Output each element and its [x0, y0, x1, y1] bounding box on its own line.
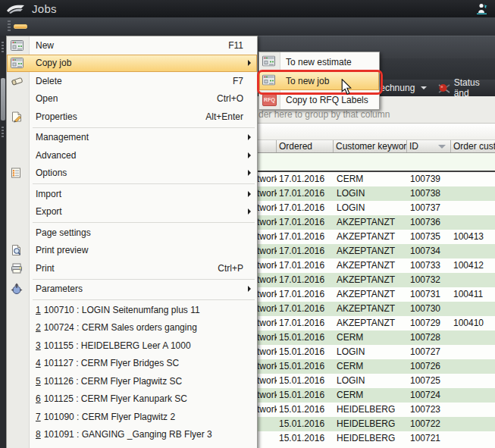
cell-id: 100729: [407, 316, 451, 331]
menu-item-options[interactable]: Options: [7, 164, 257, 183]
cell-id: 100723: [407, 403, 451, 417]
menu-item-management[interactable]: Management: [7, 129, 257, 147]
menu-item-open[interactable]: Open Ctrl+O: [7, 90, 257, 108]
submenu-item-copy-to-rfq-labels[interactable]: RFQ Copy to RFQ Labels: [259, 90, 379, 109]
table-row[interactable]: twork 17.01.2016 AKZEPTANZT 100729 10041…: [256, 316, 495, 331]
menubar-item[interactable]: [14, 24, 27, 29]
dock-grip-icon: [2, 127, 4, 139]
new-job-icon: [11, 40, 27, 51]
submenu-arrow-icon: [248, 152, 251, 158]
menubar-item[interactable]: [86, 24, 99, 29]
column-header-ordered[interactable]: Ordered: [277, 140, 334, 152]
menu-item-properties[interactable]: Properties Alt+Enter: [7, 108, 257, 126]
menu-item-delete[interactable]: Delete F7: [7, 72, 257, 90]
cell-order-customer: [451, 172, 495, 186]
recent-file-number: 1: [36, 305, 41, 315]
user-icon[interactable]: [475, 2, 489, 17]
copy-job-submenu: To new estimate To new job RFQ Copy to R…: [258, 52, 380, 110]
table-row[interactable]: twork 17.01.2016 CERM 100739: [256, 172, 495, 186]
menubar-item[interactable]: [28, 24, 42, 29]
cell-ordered: 15.01.2016: [277, 403, 334, 417]
table-row[interactable]: twork 15.01.2016 CERM 100726: [256, 359, 495, 374]
table-row[interactable]: twork 15.01.2016 CERM 100724: [256, 388, 495, 403]
cell-order-customer: [451, 417, 495, 431]
recent-file-number: 8: [36, 429, 41, 440]
menu-item-page-settings[interactable]: Page settings: [7, 224, 257, 242]
cell-artwork-partial: [256, 431, 277, 446]
menubar-item[interactable]: [114, 24, 128, 29]
cell-artwork-partial: twork: [256, 388, 277, 403]
cell-ordered: 17.01.2016: [277, 302, 334, 316]
table-row[interactable]: twork 17.01.2016 AKZEPTANZT 100736: [256, 215, 495, 230]
cell-artwork-partial: twork: [256, 172, 277, 186]
status-seal-icon: [437, 83, 450, 94]
menu-item-copy-job[interactable]: Copy job: [7, 55, 257, 73]
table-row[interactable]: twork 15.01.2016 HEIDELBERG 100723: [256, 403, 495, 417]
cell-order-customer: [451, 244, 495, 258]
window-title: Jobs: [32, 2, 57, 15]
recent-file-item[interactable]: 1 100710 : LOGIN Seitenumfang plus 11: [7, 301, 257, 319]
recent-file-item[interactable]: 2 100724 : CERM Sales orders ganging: [7, 319, 257, 337]
menu-item-export[interactable]: Export: [7, 203, 257, 221]
recent-files-list: 1 100710 : LOGIN Seitenumfang plus 11 2 …: [7, 301, 257, 443]
recent-file-item[interactable]: 8 101091 : GANGING _Ganging RB Flyer 3: [7, 426, 257, 444]
column-header-order-customer[interactable]: Order custo: [451, 140, 495, 152]
submenu-arrow-icon: [248, 134, 251, 140]
cell-id: 100722: [407, 417, 451, 431]
recent-file-item[interactable]: 7 101090 : CERM Flyer Plagwitz 2: [7, 408, 257, 426]
column-header-id[interactable]: ID: [407, 140, 451, 152]
properties-icon: [11, 111, 27, 122]
cell-customer-keyword: LOGIN: [334, 201, 407, 215]
table-row[interactable]: twork 17.01.2016 LOGIN 100738: [256, 186, 495, 201]
menu-item-print-preview[interactable]: Print preview: [7, 242, 257, 260]
menu-item-advanced[interactable]: Advanced: [7, 146, 257, 164]
cell-artwork-partial: twork: [256, 273, 277, 287]
cell-customer-keyword: LOGIN: [334, 186, 407, 201]
recent-file-item[interactable]: 4 101127 : CERM Flyer Bridges SC: [7, 355, 257, 373]
table-row[interactable]: twork 17.01.2016 AKZEPTANZT 100734: [256, 244, 495, 258]
menu-item-new[interactable]: New F11: [7, 36, 257, 55]
cell-id: 100727: [407, 345, 451, 359]
table-row[interactable]: twork 17.01.2016 AKZEPTANZT 100731 10041…: [256, 287, 495, 302]
table-row[interactable]: twork 17.01.2016 AKZEPTANZT 100735 10041…: [256, 230, 495, 244]
cell-ordered: 15.01.2016: [277, 431, 334, 446]
menubar-item[interactable]: [42, 24, 56, 29]
table-row[interactable]: twork 17.01.2016 AKZEPTANZT 100733 10041…: [256, 258, 495, 273]
cell-customer-keyword: AKZEPTANZT: [334, 273, 407, 287]
cell-ordered: 15.01.2016: [277, 345, 334, 359]
recent-file-item[interactable]: 6 101125 : CERM Flyer Kanupark SC: [7, 390, 257, 409]
table-row[interactable]: twork 15.01.2016 LOGIN 100725: [256, 374, 495, 388]
recent-file-item[interactable]: 5 101126 : CERM Flyer Plagwitz SC: [7, 372, 257, 390]
cell-order-customer: [451, 331, 495, 345]
cell-order-customer: [451, 302, 495, 316]
menu-item-import[interactable]: Import: [7, 185, 257, 203]
menubar-item[interactable]: [100, 24, 114, 29]
table-row[interactable]: twork 15.01.2016 CERM 100728: [256, 331, 495, 345]
menu-item-parameters[interactable]: Parameters: [7, 280, 257, 299]
grid-filter-row[interactable]: [256, 153, 495, 172]
menubar-item[interactable]: [71, 24, 85, 29]
column-header-partial[interactable]: [256, 140, 277, 152]
menu-item-print[interactable]: Print Ctrl+P: [7, 259, 257, 277]
table-row[interactable]: twork 17.01.2016 LOGIN 100737: [256, 201, 495, 215]
cell-id: 100737: [407, 201, 451, 215]
cell-artwork-partial: twork: [256, 345, 277, 359]
column-header-customer-keyword[interactable]: Customer keyword: [334, 140, 407, 152]
cell-id: 100735: [407, 230, 451, 244]
submenu-item-to-new-job[interactable]: To new job: [259, 71, 379, 90]
table-row[interactable]: twork 17.01.2016 AKZEPTANZT 100732: [256, 273, 495, 287]
cell-ordered: 15.01.2016: [277, 374, 334, 388]
menubar-item[interactable]: [57, 24, 70, 29]
cell-customer-keyword: LOGIN: [334, 345, 407, 359]
recent-file-item[interactable]: 3 101155 : HEIDELBERG Leer A 1000: [7, 337, 257, 355]
status-button-label: Status änd: [454, 77, 495, 99]
submenu-item-to-new-estimate[interactable]: To new estimate: [259, 52, 379, 71]
dock-scrollbar[interactable]: [1, 78, 5, 121]
table-row[interactable]: twork 17.01.2016 AKZEPTANZT 100730: [256, 302, 495, 316]
file-menu: New F11 Copy job Delete F7 Open Ctrl+O: [6, 36, 258, 448]
table-row[interactable]: 15.01.2016 HEIDELBERG 100721: [256, 431, 495, 446]
status-change-button[interactable]: Status änd: [437, 77, 495, 99]
table-row[interactable]: twork 15.01.2016 LOGIN 100727: [256, 345, 495, 359]
table-row[interactable]: 15.01.2016 HEIDELBERG 100722: [256, 417, 495, 431]
cell-customer-keyword: AKZEPTANZT: [334, 244, 407, 258]
